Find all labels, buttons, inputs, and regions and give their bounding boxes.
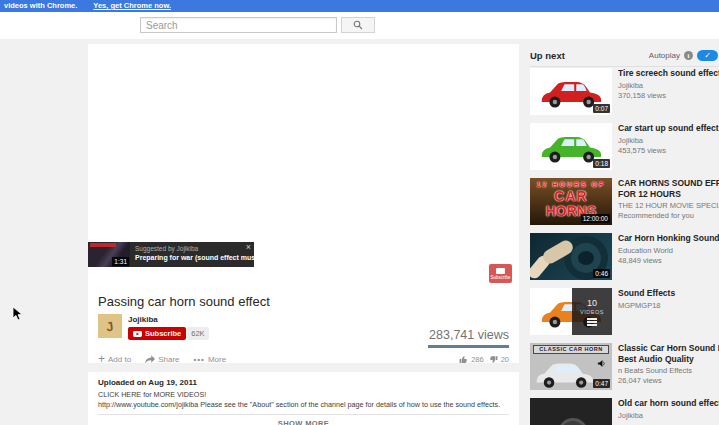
duration-badge: 0:47	[593, 379, 610, 388]
suggested-thumb-art	[90, 243, 116, 247]
related-video-views: 370,158 views	[618, 91, 719, 100]
suggested-duration-badge: 1:31	[112, 257, 129, 266]
action-bar: +Add to Share •••More 286 20	[98, 352, 509, 366]
related-video-title: Classic Car Horn Sound Effect Best Audio…	[618, 343, 719, 364]
search-input[interactable]	[140, 17, 337, 33]
video-player[interactable]: 1:31 Suggested by Jojikiba Preparing for…	[88, 44, 519, 290]
subscriber-count: 62K	[187, 327, 208, 340]
duration-badge: 12:00:00	[581, 214, 610, 223]
get-chrome-link[interactable]: Yes, get Chrome now.	[93, 1, 171, 10]
related-video-views: Recommended for you	[618, 211, 719, 220]
related-video[interactable]: CLASSIC CAR HORN 0:47 Classic Car Horn S…	[530, 343, 719, 390]
more-button[interactable]: •••More	[194, 355, 227, 364]
related-video[interactable]: 10VIDEOS Sound Effects MGPMGP18	[530, 288, 719, 335]
channel-avatar[interactable]: J	[98, 314, 122, 338]
banner-text: videos with Chrome.	[4, 1, 77, 10]
related-video[interactable]: 0:46 Car Horn Honking Sound Effect Educa…	[530, 233, 719, 280]
video-thumbnail: 0:18	[530, 123, 612, 170]
car-illustration	[532, 353, 598, 390]
info-icon[interactable]: i	[684, 51, 693, 60]
dislike-count: 20	[501, 355, 509, 364]
search-button[interactable]	[341, 17, 375, 33]
related-video-channel: MGPMGP18	[618, 301, 719, 310]
sidebar-divider	[530, 66, 718, 67]
related-video-views: 26,047 views	[618, 376, 719, 385]
related-videos-list: 0:07 Tire screech sound effect (1) Jojik…	[530, 68, 719, 425]
duration-badge: 0:18	[593, 159, 610, 168]
playlist-icon	[587, 317, 597, 326]
sidebar-header: Up next Autoplay i ✓	[530, 48, 718, 62]
duration-badge: 0:07	[593, 104, 610, 113]
video-thumbnail: CLASSIC CAR HORN 0:47	[530, 343, 612, 390]
related-video[interactable]: 12 HOURS OFCARHORNS 12:00:00 CAR HORNS S…	[530, 178, 719, 225]
like-count: 286	[471, 355, 484, 364]
related-video-title: Tire screech sound effect (1)	[618, 68, 719, 79]
related-video-channel: Jojikiba	[618, 136, 719, 145]
suggested-by-label: Suggested by Jojikiba	[135, 245, 250, 252]
plus-icon: +	[98, 354, 105, 364]
duration-badge: 0:46	[593, 269, 610, 278]
description-line: CLICK HERE for MORE VIDEOS!	[98, 390, 509, 400]
suggested-video-thumbnail: 1:31	[88, 242, 130, 267]
share-icon	[145, 355, 155, 364]
speaker-icon	[597, 359, 606, 368]
related-video-views: 453,575 views	[618, 146, 719, 155]
video-thumbnail: 12 HOURS OFCARHORNS 12:00:00	[530, 178, 612, 225]
channel-name[interactable]: Jojikiba	[128, 315, 158, 324]
show-more-button[interactable]: SHOW MORE	[98, 414, 509, 425]
video-main-card: 1:31 Suggested by Jojikiba Preparing for…	[88, 44, 519, 363]
video-title: Passing car horn sound effect	[98, 294, 270, 309]
autoplay-label: Autoplay	[649, 51, 680, 60]
related-video-title: CAR HORNS SOUND EFFECTS FOR 12 HOURS	[618, 178, 719, 199]
related-video[interactable]: 0:07 Tire screech sound effect (1) Jojik…	[530, 68, 719, 115]
search-icon	[353, 20, 363, 30]
related-video-title: Car start up sound effect (1)	[618, 123, 719, 134]
related-video-channel: Jojikiba	[618, 411, 719, 420]
description-card: Uploaded on Aug 19, 2011 CLICK HERE for …	[88, 372, 519, 425]
related-video-channel: n Beats Sound Effects	[618, 366, 719, 375]
share-button[interactable]: Share	[145, 355, 179, 364]
up-next-label: Up next	[530, 50, 565, 61]
youtube-play-icon	[133, 331, 142, 337]
related-video-channel: Education World	[618, 246, 719, 255]
view-count: 283,741 views	[429, 328, 509, 342]
channel-logo-icon	[496, 268, 505, 274]
related-video-views: 48,849 views	[618, 256, 719, 265]
upload-date: Uploaded on Aug 19, 2011	[98, 378, 509, 387]
autoplay-toggle[interactable]: ✓	[697, 50, 718, 61]
video-thumbnail: 10VIDEOS	[530, 288, 612, 335]
description-link-line[interactable]: http://www.youtube.com/jojikiba Please s…	[98, 400, 509, 410]
related-video[interactable]: Old car horn sound effect Jojikiba	[530, 398, 719, 425]
related-video-title: Car Horn Honking Sound Effect	[618, 233, 719, 244]
related-video-title: Old car horn sound effect	[618, 398, 719, 409]
suggested-video-overlay[interactable]: 1:31 Suggested by Jojikiba Preparing for…	[88, 242, 254, 267]
related-video-title: Sound Effects	[618, 288, 719, 299]
more-dots-icon: •••	[194, 355, 205, 364]
mouse-cursor	[12, 306, 23, 326]
page-header	[0, 12, 719, 39]
suggested-video-title: Preparing for war (sound effect music)	[135, 254, 250, 261]
thumb-up-icon	[459, 355, 468, 364]
horn-art	[558, 418, 588, 425]
video-thumbnail: 0:07	[530, 68, 612, 115]
close-icon[interactable]: ×	[246, 242, 251, 252]
chrome-promo-banner: videos with Chrome.Yes, get Chrome now.	[0, 0, 719, 12]
subscribe-button[interactable]: Subscribe	[128, 327, 186, 340]
sentiment-bar	[428, 345, 509, 348]
like-button[interactable]: 286	[459, 355, 484, 364]
add-to-button[interactable]: +Add to	[98, 354, 131, 364]
video-thumbnail: 0:46	[530, 233, 612, 280]
related-video-channel: THE 12 HOUR MOVIE SPECIALIST	[618, 201, 719, 210]
related-video[interactable]: 0:18 Car start up sound effect (1) Jojik…	[530, 123, 719, 170]
dislike-button[interactable]: 20	[489, 355, 509, 364]
subscribe-watermark[interactable]: Subscribe	[489, 264, 512, 283]
video-thumbnail	[530, 398, 612, 425]
related-video-channel: Jojikiba	[618, 81, 719, 90]
thumb-down-icon	[489, 355, 498, 364]
playlist-overlay: 10VIDEOS	[572, 288, 612, 335]
